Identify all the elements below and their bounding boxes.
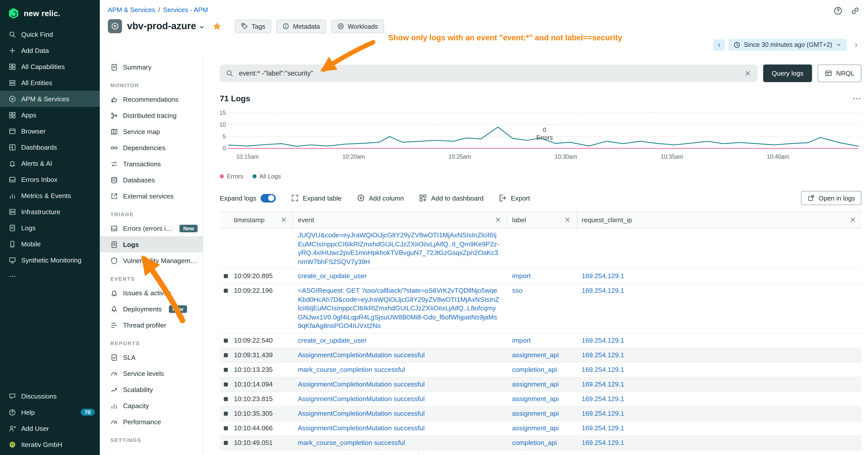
service-nav-performance[interactable]: Performance: [100, 414, 203, 430]
column-header-event[interactable]: event: [293, 212, 507, 228]
log-event-link[interactable]: create_or_update_user: [298, 336, 367, 344]
log-row[interactable]: 10:09:22.540create_or_update_userimport1…: [220, 333, 862, 348]
log-label-link[interactable]: assignment_api: [512, 410, 559, 417]
column-header-request-client-ip[interactable]: request_client_ip: [577, 212, 862, 228]
log-label-link[interactable]: assignment_api: [512, 424, 559, 431]
log-event-link[interactable]: AssignmentCompletionMutation successful: [298, 351, 425, 358]
sidebar-item-errors-inbox[interactable]: Errors Inbox: [0, 171, 100, 188]
add-column-button[interactable]: Add column: [356, 194, 404, 202]
service-nav-service-levels[interactable]: Service levels: [100, 365, 203, 382]
permalink-icon[interactable]: [850, 6, 860, 15]
log-label-link[interactable]: assignment_api: [512, 453, 559, 455]
column-header-label[interactable]: label: [507, 212, 577, 228]
service-nav-external-services[interactable]: External services: [100, 188, 203, 204]
log-ip-link[interactable]: 169.254.129.1: [582, 438, 624, 446]
service-nav-databases[interactable]: Databases: [100, 172, 203, 188]
service-nav-distributed-tracing[interactable]: Distributed tracing: [100, 107, 203, 124]
expand-table-button[interactable]: Expand table: [290, 194, 341, 202]
log-label-link[interactable]: completion_api: [512, 438, 557, 446]
log-event-link[interactable]: AssignmentCompletionMutation successful: [298, 380, 425, 388]
log-ip-link[interactable]: 169.254.129.1: [582, 395, 624, 402]
log-row[interactable]: 10:11:00.311AssignmentCompletionMutation…: [220, 450, 862, 455]
log-ip-link[interactable]: 169.254.129.1: [582, 365, 624, 373]
sidebar-item-dashboards[interactable]: Dashboards: [0, 139, 100, 155]
service-nav-sla[interactable]: SLA: [100, 349, 203, 365]
service-nav-recommendations[interactable]: Recommendations: [100, 91, 203, 107]
sidebar-item-discussions[interactable]: Discussions: [0, 388, 100, 404]
entity-switcher-chevron-icon[interactable]: [198, 24, 206, 31]
sidebar-item-mobile[interactable]: Mobile: [0, 236, 100, 252]
log-row[interactable]: 10:10:44.066AssignmentCompletionMutation…: [220, 421, 862, 435]
log-row[interactable]: 10:10:23.815AssignmentCompletionMutation…: [220, 392, 862, 407]
service-nav-errors-errors-inb[interactable]: Errors (errors inb...New: [100, 220, 203, 236]
workloads-button[interactable]: Workloads: [331, 20, 384, 33]
add-to-dashboard-button[interactable]: Add to dashboard: [419, 194, 484, 202]
sidebar-item-help[interactable]: Help70: [0, 404, 100, 420]
log-label-link[interactable]: assignment_api: [512, 351, 559, 358]
log-label-link[interactable]: completion_api: [512, 365, 557, 373]
new-relic-logo[interactable]: new relic.: [0, 0, 100, 26]
log-row[interactable]: JUQVU&code=eyJraWQiOiJjcGltY29yZV8wOTI1M…: [220, 228, 862, 269]
log-event-link[interactable]: AssignmentCompletionMutation successful: [298, 424, 425, 431]
expand-logs-toggle[interactable]: [260, 194, 276, 202]
favorite-star-icon[interactable]: [213, 22, 222, 31]
breadcrumb-link-services-apm[interactable]: Services - APM: [163, 6, 208, 13]
open-in-logs-button[interactable]: Open in logs: [801, 191, 862, 205]
legend-item-errors[interactable]: Errors: [220, 173, 243, 180]
log-row[interactable]: 10:09:22.196<ASGIRequest: GET '/sso/call…: [220, 284, 862, 333]
sidebar-item-all-capabilities[interactable]: All Capabilities: [0, 59, 100, 74]
metadata-button[interactable]: Metadata: [277, 20, 326, 33]
log-ip-link[interactable]: 169.254.129.1: [582, 424, 624, 431]
service-nav-thread-profiler[interactable]: Thread profiler: [100, 317, 203, 333]
log-label-link[interactable]: assignment_api: [512, 395, 559, 402]
remove-column-icon[interactable]: [849, 216, 857, 223]
service-nav-capacity[interactable]: Capacity: [100, 397, 203, 414]
sidebar-item-logs[interactable]: Logs: [0, 220, 100, 236]
service-nav-issues-activity[interactable]: Issues & activity: [100, 285, 203, 301]
sidebar-item-add-data[interactable]: Add Data: [0, 42, 100, 59]
column-header-timestamp[interactable]: timestamp: [220, 212, 293, 228]
log-event-link[interactable]: AssignmentCompletionMutation successful: [298, 453, 425, 455]
service-nav-logs[interactable]: Logs: [100, 236, 203, 253]
expand-logs-control[interactable]: Expand logs: [220, 194, 276, 202]
clear-query-icon[interactable]: [744, 69, 751, 77]
service-nav-deployments[interactable]: DeploymentsNew: [100, 301, 203, 317]
time-picker[interactable]: Since 30 minutes ago (GMT+2): [728, 39, 847, 51]
log-ip-link[interactable]: 169.254.129.1: [582, 272, 624, 280]
log-ip-link[interactable]: 169.254.129.1: [582, 380, 624, 388]
sidebar-item-metrics-events[interactable]: Metrics & Events: [0, 188, 100, 203]
breadcrumb-link-apm-services[interactable]: APM & Services: [108, 6, 155, 13]
service-nav-scalability[interactable]: Scalability: [100, 382, 203, 397]
query-logs-button[interactable]: Query logs: [763, 65, 812, 82]
log-ip-link[interactable]: 169.254.129.1: [582, 453, 624, 455]
log-event-link[interactable]: create_or_update_user: [298, 272, 367, 280]
sidebar-item-apps[interactable]: Apps: [0, 107, 100, 123]
tags-button[interactable]: Tags: [235, 20, 272, 33]
log-row[interactable]: 10:10:35.305AssignmentCompletionMutation…: [220, 407, 862, 421]
log-row[interactable]: 10:10:13.235mark_course_completion succe…: [220, 362, 862, 377]
log-event-link[interactable]: <ASGIRequest: GET '/sso/callback/?state=…: [298, 287, 499, 329]
service-nav-transactions[interactable]: Transactions: [100, 156, 203, 172]
log-row[interactable]: 10:09:20.895create_or_update_userimport1…: [220, 269, 862, 284]
log-ip-link[interactable]: 169.254.129.1: [582, 336, 624, 344]
service-nav-vulnerability-management[interactable]: Vulnerability Management: [100, 253, 203, 268]
sidebar-item-browser[interactable]: Browser: [0, 123, 100, 139]
log-event-link[interactable]: mark_course_completion successful: [298, 365, 405, 373]
log-event-link[interactable]: AssignmentCompletionMutation successful: [298, 395, 425, 402]
export-button[interactable]: Export: [499, 194, 530, 202]
remove-column-icon[interactable]: [564, 216, 571, 223]
help-circle-icon[interactable]: [833, 6, 843, 15]
sidebar-item-more[interactable]: [0, 268, 100, 284]
chart-menu-dots-icon[interactable]: [852, 94, 862, 103]
log-label-link[interactable]: import: [512, 272, 530, 280]
log-ip-link[interactable]: 169.254.129.1: [582, 410, 624, 417]
log-label-link[interactable]: sso: [512, 287, 523, 294]
log-event-link[interactable]: AssignmentCompletionMutation successful: [298, 410, 425, 417]
sidebar-item-infrastructure[interactable]: Infrastructure: [0, 203, 100, 220]
log-event-link[interactable]: mark_course_completion successful: [298, 438, 405, 446]
sidebar-item-apm-services[interactable]: APM & Services: [0, 91, 100, 107]
time-back-button[interactable]: [713, 39, 724, 51]
sidebar-item-iterativ-gmbh[interactable]: Iterativ GmbH: [0, 436, 100, 453]
query-input[interactable]: [238, 69, 744, 77]
sidebar-item-all-entities[interactable]: All Entities: [0, 74, 100, 91]
